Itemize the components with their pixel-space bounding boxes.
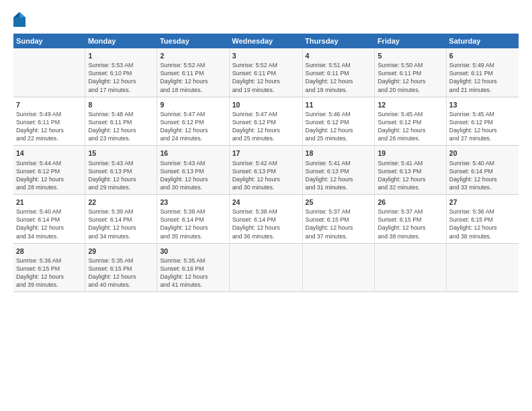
day-number: 14 [16, 148, 82, 158]
calendar-cell: 21Sunrise: 5:40 AM Sunset: 6:14 PM Dayli… [13, 195, 85, 244]
day-number: 22 [88, 197, 154, 207]
logo-icon [13, 12, 26, 27]
day-number: 16 [160, 148, 226, 158]
day-detail: Sunrise: 5:41 AM Sunset: 6:13 PM Dayligh… [378, 159, 443, 192]
day-detail: Sunrise: 5:38 AM Sunset: 6:14 PM Dayligh… [160, 208, 226, 240]
calendar-cell: 7Sunrise: 5:49 AM Sunset: 6:11 PM Daylig… [13, 97, 85, 146]
day-detail: Sunrise: 5:36 AM Sunset: 6:15 PM Dayligh… [449, 208, 516, 240]
day-detail: Sunrise: 5:45 AM Sunset: 6:12 PM Dayligh… [378, 110, 443, 143]
calendar-cell [302, 243, 375, 292]
weekday-header-row: SundayMondayTuesdayWednesdayThursdayFrid… [13, 34, 519, 48]
day-detail: Sunrise: 5:45 AM Sunset: 6:12 PM Dayligh… [449, 110, 516, 143]
day-number: 23 [160, 197, 226, 207]
calendar-cell: 11Sunrise: 5:46 AM Sunset: 6:12 PM Dayli… [302, 97, 375, 146]
calendar-cell [13, 48, 85, 97]
day-number: 8 [88, 100, 154, 109]
calendar-week-row: 7Sunrise: 5:49 AM Sunset: 6:11 PM Daylig… [13, 97, 519, 146]
day-detail: Sunrise: 5:35 AM Sunset: 6:16 PM Dayligh… [160, 257, 226, 289]
day-number: 30 [160, 246, 226, 256]
logo [13, 12, 27, 27]
day-detail: Sunrise: 5:36 AM Sunset: 6:15 PM Dayligh… [16, 257, 82, 289]
day-number: 1 [88, 51, 154, 60]
day-detail: Sunrise: 5:43 AM Sunset: 6:13 PM Dayligh… [160, 159, 226, 192]
calendar-cell: 20Sunrise: 5:40 AM Sunset: 6:14 PM Dayli… [446, 146, 519, 195]
day-detail: Sunrise: 5:39 AM Sunset: 6:14 PM Dayligh… [88, 208, 154, 240]
calendar-cell [446, 243, 519, 292]
day-detail: Sunrise: 5:48 AM Sunset: 6:11 PM Dayligh… [88, 110, 154, 143]
calendar-cell: 29Sunrise: 5:35 AM Sunset: 6:15 PM Dayli… [85, 243, 157, 292]
day-detail: Sunrise: 5:35 AM Sunset: 6:15 PM Dayligh… [88, 257, 154, 289]
day-detail: Sunrise: 5:38 AM Sunset: 6:14 PM Dayligh… [232, 208, 300, 240]
calendar-cell: 15Sunrise: 5:43 AM Sunset: 6:13 PM Dayli… [85, 146, 157, 195]
page-header [13, 12, 519, 27]
day-detail: Sunrise: 5:49 AM Sunset: 6:11 PM Dayligh… [16, 110, 82, 143]
calendar-cell: 30Sunrise: 5:35 AM Sunset: 6:16 PM Dayli… [157, 243, 229, 292]
day-number: 4 [306, 51, 372, 60]
calendar-cell: 12Sunrise: 5:45 AM Sunset: 6:12 PM Dayli… [375, 97, 446, 146]
weekday-header-friday: Friday [375, 34, 446, 48]
day-number: 19 [378, 148, 443, 158]
calendar-cell: 19Sunrise: 5:41 AM Sunset: 6:13 PM Dayli… [375, 146, 446, 195]
day-detail: Sunrise: 5:52 AM Sunset: 6:11 PM Dayligh… [232, 61, 300, 94]
day-detail: Sunrise: 5:51 AM Sunset: 6:11 PM Dayligh… [306, 61, 372, 94]
day-detail: Sunrise: 5:41 AM Sunset: 6:13 PM Dayligh… [306, 159, 372, 192]
weekday-header-sunday: Sunday [13, 34, 85, 48]
calendar-cell: 9Sunrise: 5:47 AM Sunset: 6:12 PM Daylig… [157, 97, 229, 146]
day-number: 10 [232, 100, 300, 109]
calendar-cell: 28Sunrise: 5:36 AM Sunset: 6:15 PM Dayli… [13, 243, 85, 292]
weekday-header-wednesday: Wednesday [229, 34, 302, 48]
day-number: 25 [306, 197, 372, 207]
weekday-header-monday: Monday [85, 34, 157, 48]
day-detail: Sunrise: 5:43 AM Sunset: 6:13 PM Dayligh… [88, 159, 154, 192]
day-detail: Sunrise: 5:46 AM Sunset: 6:12 PM Dayligh… [306, 110, 372, 143]
day-number: 3 [232, 51, 300, 60]
day-detail: Sunrise: 5:40 AM Sunset: 6:14 PM Dayligh… [449, 159, 516, 192]
day-detail: Sunrise: 5:47 AM Sunset: 6:12 PM Dayligh… [160, 110, 226, 143]
svg-marker-1 [19, 12, 26, 17]
day-detail: Sunrise: 5:44 AM Sunset: 6:12 PM Dayligh… [16, 159, 82, 192]
calendar-week-row: 21Sunrise: 5:40 AM Sunset: 6:14 PM Dayli… [13, 195, 519, 244]
day-number: 15 [88, 148, 154, 158]
day-number: 17 [232, 148, 300, 158]
day-detail: Sunrise: 5:42 AM Sunset: 6:13 PM Dayligh… [232, 159, 300, 192]
calendar-cell: 6Sunrise: 5:49 AM Sunset: 6:11 PM Daylig… [446, 48, 519, 97]
day-number: 9 [160, 100, 226, 109]
calendar-cell: 18Sunrise: 5:41 AM Sunset: 6:13 PM Dayli… [302, 146, 375, 195]
day-number: 26 [378, 197, 443, 207]
day-number: 11 [306, 100, 372, 109]
calendar-cell: 16Sunrise: 5:43 AM Sunset: 6:13 PM Dayli… [157, 146, 229, 195]
calendar-cell: 13Sunrise: 5:45 AM Sunset: 6:12 PM Dayli… [446, 97, 519, 146]
day-number: 2 [160, 51, 226, 60]
day-number: 28 [16, 246, 82, 256]
calendar-cell: 26Sunrise: 5:37 AM Sunset: 6:15 PM Dayli… [375, 195, 446, 244]
day-number: 20 [449, 148, 516, 158]
weekday-header-thursday: Thursday [302, 34, 375, 48]
day-number: 18 [306, 148, 372, 158]
calendar-cell: 3Sunrise: 5:52 AM Sunset: 6:11 PM Daylig… [229, 48, 302, 97]
calendar-week-row: 14Sunrise: 5:44 AM Sunset: 6:12 PM Dayli… [13, 146, 519, 195]
calendar-cell: 27Sunrise: 5:36 AM Sunset: 6:15 PM Dayli… [446, 195, 519, 244]
calendar-cell: 24Sunrise: 5:38 AM Sunset: 6:14 PM Dayli… [229, 195, 302, 244]
day-number: 5 [378, 51, 443, 60]
calendar-week-row: 28Sunrise: 5:36 AM Sunset: 6:15 PM Dayli… [13, 243, 519, 292]
calendar-cell: 1Sunrise: 5:53 AM Sunset: 6:10 PM Daylig… [85, 48, 157, 97]
day-detail: Sunrise: 5:37 AM Sunset: 6:15 PM Dayligh… [378, 208, 443, 240]
calendar-cell: 23Sunrise: 5:38 AM Sunset: 6:14 PM Dayli… [157, 195, 229, 244]
day-detail: Sunrise: 5:53 AM Sunset: 6:10 PM Dayligh… [88, 61, 154, 94]
day-number: 21 [16, 197, 82, 207]
weekday-header-saturday: Saturday [446, 34, 519, 48]
calendar-cell: 14Sunrise: 5:44 AM Sunset: 6:12 PM Dayli… [13, 146, 85, 195]
calendar-cell: 22Sunrise: 5:39 AM Sunset: 6:14 PM Dayli… [85, 195, 157, 244]
calendar-cell: 17Sunrise: 5:42 AM Sunset: 6:13 PM Dayli… [229, 146, 302, 195]
day-detail: Sunrise: 5:52 AM Sunset: 6:11 PM Dayligh… [160, 61, 226, 94]
day-detail: Sunrise: 5:40 AM Sunset: 6:14 PM Dayligh… [16, 208, 82, 240]
day-detail: Sunrise: 5:50 AM Sunset: 6:11 PM Dayligh… [378, 61, 443, 94]
calendar-table: SundayMondayTuesdayWednesdayThursdayFrid… [13, 34, 519, 292]
day-number: 7 [16, 100, 82, 109]
calendar-cell: 8Sunrise: 5:48 AM Sunset: 6:11 PM Daylig… [85, 97, 157, 146]
calendar-cell [375, 243, 446, 292]
calendar-cell: 25Sunrise: 5:37 AM Sunset: 6:15 PM Dayli… [302, 195, 375, 244]
day-number: 6 [449, 51, 516, 60]
day-number: 13 [449, 100, 516, 109]
calendar-week-row: 1Sunrise: 5:53 AM Sunset: 6:10 PM Daylig… [13, 48, 519, 97]
